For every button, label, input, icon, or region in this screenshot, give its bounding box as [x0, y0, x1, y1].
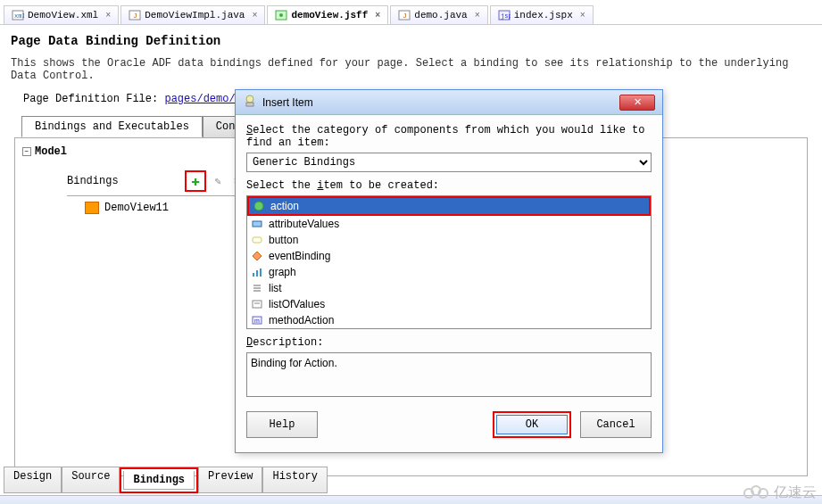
bindings-label: Bindings	[67, 175, 119, 187]
dialog-close-button[interactable]: ✕	[619, 95, 655, 111]
bindings-header: Bindings ✚ ✎ ✖	[67, 167, 245, 196]
list-item-label: attributeValues	[269, 218, 339, 230]
add-binding-button[interactable]: ✚	[187, 173, 203, 189]
button-icon	[251, 234, 263, 246]
description-label: Description:	[246, 336, 652, 349]
svg-rect-17	[256, 270, 258, 277]
list-item-attributevalues[interactable]: attributeValues	[247, 216, 651, 232]
dialog-body: Select the category of components from w…	[236, 115, 662, 452]
svg-rect-13	[253, 221, 262, 227]
close-icon[interactable]: ×	[105, 11, 111, 21]
list-item-label: action	[270, 200, 299, 212]
watermark: 亿速云	[743, 483, 817, 502]
tab-design[interactable]: Design	[4, 467, 62, 493]
binding-item-label: DemoView11	[104, 202, 169, 214]
page-def-label: Page Definition File:	[23, 93, 164, 105]
list-icon	[251, 282, 263, 294]
list-item-methodaction[interactable]: m methodAction	[247, 312, 651, 328]
editor-tab-index-jspx[interactable]: jsp index.jspx ×	[490, 5, 594, 24]
bindings-subpanel: Bindings ✚ ✎ ✖ DemoVi	[67, 167, 245, 214]
list-item-label: methodAction	[269, 314, 334, 326]
list-item-button[interactable]: button	[247, 232, 651, 248]
binding-item-demoview11[interactable]: DemoView11	[85, 202, 245, 214]
dialog-title: Insert Item	[262, 96, 313, 109]
action-icon	[253, 200, 265, 212]
list-item-label: button	[269, 234, 298, 246]
cancel-button[interactable]: Cancel	[580, 411, 652, 438]
close-icon[interactable]: ×	[580, 11, 585, 21]
svg-rect-11	[246, 103, 253, 106]
svg-text:J: J	[133, 12, 137, 20]
plus-icon: ✚	[191, 172, 200, 190]
close-icon[interactable]: ×	[252, 11, 257, 21]
insert-item-dialog: Insert Item ✕ Select the category of com…	[235, 89, 663, 453]
list-item-label: graph	[269, 266, 296, 278]
category-dropdown[interactable]: Generic Bindings	[246, 153, 652, 172]
collapse-icon[interactable]: −	[22, 147, 31, 156]
svg-point-5	[279, 13, 283, 17]
editor-tab-demoview-jsff[interactable]: demoView.jsff ×	[267, 5, 388, 24]
editor-tab-demo-java[interactable]: J demo.java ×	[390, 5, 487, 24]
list-item-label: listOfValues	[269, 298, 325, 310]
item-label: Select the item to be created:	[246, 179, 652, 192]
dialog-titlebar[interactable]: Insert Item ✕	[236, 90, 662, 115]
watermark-text: 亿速云	[774, 483, 817, 502]
highlight-box: ✚	[185, 170, 206, 192]
ok-button[interactable]: OK	[496, 415, 568, 434]
tab-label: index.jspx	[514, 10, 573, 21]
method-icon: m	[251, 314, 263, 326]
list-item-label: list	[269, 282, 282, 294]
java-file-icon: J	[398, 9, 411, 21]
svg-rect-16	[253, 273, 254, 277]
help-button[interactable]: Help	[246, 411, 318, 438]
tab-bindings-executables[interactable]: Bindings and Executables	[21, 116, 203, 137]
tab-label: demo.java	[414, 10, 467, 21]
svg-point-10	[246, 95, 253, 103]
category-label: Select the category of components from w…	[246, 124, 652, 149]
tab-label: DemoViewImpl.java	[145, 10, 245, 21]
tab-bindings[interactable]: Bindings	[123, 471, 195, 490]
dialog-button-row: Help OK Cancel	[246, 406, 652, 443]
editor-view-tabs: Design Source Bindings Preview History	[4, 467, 328, 493]
tab-label: DemoView.xml	[28, 10, 98, 21]
svg-rect-18	[260, 269, 262, 277]
status-bar	[0, 495, 822, 504]
editor-tab-demoviewimpl-java[interactable]: J DemoViewImpl.java ×	[120, 5, 265, 24]
tab-label: demoView.jsff	[291, 10, 368, 21]
model-label: Model	[35, 145, 67, 158]
svg-text:jsp: jsp	[501, 12, 511, 20]
svg-text:m: m	[254, 318, 260, 324]
editor-tab-bar: xml DemoView.xml × J DemoViewImpl.java ×…	[0, 0, 822, 25]
edit-binding-button[interactable]: ✎	[210, 173, 226, 189]
page-title: Page Data Binding Definition	[11, 34, 811, 48]
dialog-icon	[243, 94, 257, 111]
editor-tab-demoview-xml[interactable]: xml DemoView.xml ×	[4, 5, 119, 24]
svg-text:J: J	[403, 12, 407, 20]
list-item-label: eventBinding	[269, 250, 330, 262]
tab-history[interactable]: History	[262, 467, 327, 493]
close-icon[interactable]: ×	[375, 11, 380, 21]
watermark-icon	[743, 485, 770, 501]
xml-file-icon: xml	[12, 9, 24, 21]
svg-rect-22	[253, 301, 262, 308]
tab-preview[interactable]: Preview	[198, 467, 262, 493]
svg-rect-14	[253, 237, 262, 243]
list-item-eventbinding[interactable]: eventBinding	[247, 248, 651, 264]
list-item-listofvalues[interactable]: listOfValues	[247, 296, 651, 312]
highlight-box: Bindings	[120, 467, 198, 493]
page-description: This shows the Oracle ADF data bindings …	[11, 57, 811, 82]
event-icon	[251, 250, 263, 262]
svg-point-12	[254, 202, 263, 211]
item-listbox[interactable]: action attributeValues button eventBindi…	[246, 195, 652, 329]
close-icon[interactable]: ×	[475, 11, 480, 21]
list-item-graph[interactable]: graph	[247, 264, 651, 280]
list-item-list[interactable]: list	[247, 280, 651, 296]
svg-text:xml: xml	[14, 12, 24, 20]
lov-icon	[251, 298, 263, 310]
svg-marker-15	[253, 252, 262, 260]
jspx-file-icon: jsp	[498, 9, 511, 21]
jsff-file-icon	[275, 9, 287, 21]
list-item-action[interactable]: action	[247, 196, 651, 216]
tab-source[interactable]: Source	[62, 467, 120, 493]
java-file-icon: J	[129, 9, 141, 21]
